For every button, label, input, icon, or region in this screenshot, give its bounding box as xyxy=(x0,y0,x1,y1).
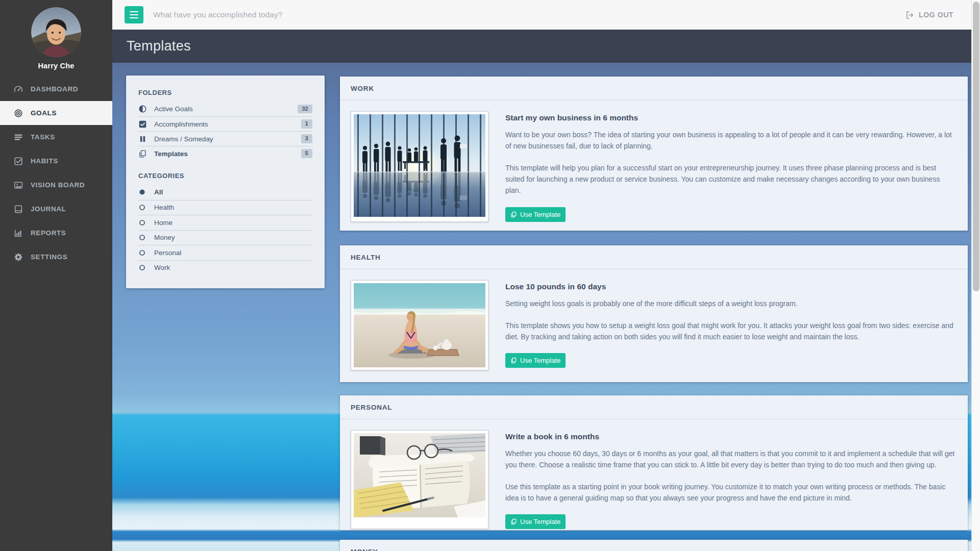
copy-icon xyxy=(510,518,517,525)
user-name: Harry Che xyxy=(0,62,112,70)
card-category: MONEY xyxy=(340,540,968,551)
goals-icon xyxy=(14,109,23,118)
book-icon xyxy=(14,205,23,214)
sidebar-item-label: TASKS xyxy=(31,133,55,141)
folder-item-active-goals[interactable]: Active Goals 32 xyxy=(138,102,312,116)
category-item-personal[interactable]: Personal xyxy=(138,245,312,260)
use-template-label: Use Template xyxy=(520,357,560,364)
vertical-scrollbar[interactable] xyxy=(971,0,980,551)
template-card-work: WORK xyxy=(340,77,968,231)
business-meeting-photo xyxy=(351,111,488,222)
folder-count-badge: 1 xyxy=(301,119,312,129)
topbar: LOG OUT xyxy=(112,0,980,30)
check-square-filled-icon xyxy=(138,120,147,129)
sign-out-icon xyxy=(905,11,914,19)
menu-button[interactable] xyxy=(125,6,143,23)
template-description: Whether you choose 60 days, 30 days or 6… xyxy=(505,448,957,470)
category-label: Home xyxy=(154,219,173,227)
category-label: Money xyxy=(154,234,175,241)
writing-desk-photo xyxy=(351,430,488,529)
sidebar-item-label: REPORTS xyxy=(31,229,66,237)
circle-outline-icon xyxy=(138,249,146,257)
folder-item-dreams-someday[interactable]: Dreams / Someday 3 xyxy=(138,131,312,146)
bar-chart-icon xyxy=(14,229,23,238)
category-item-work[interactable]: Work xyxy=(138,260,312,276)
template-title: Start my own business in 6 months xyxy=(505,113,957,122)
copy-icon xyxy=(510,357,517,364)
use-template-button[interactable]: Use Template xyxy=(505,514,566,529)
sidebar-nav: DASHBOARD GOALS TASKS HABITS xyxy=(0,77,112,269)
category-item-home[interactable]: Home xyxy=(138,215,312,230)
scrollbar-thumb[interactable] xyxy=(973,2,979,291)
template-description: Use this template as a starting point in… xyxy=(505,481,957,504)
sidebar-item-dashboard[interactable]: DASHBOARD xyxy=(0,77,112,101)
template-card-money: MONEY xyxy=(340,540,968,551)
tasks-icon xyxy=(14,133,23,142)
template-description: This template shows you how to setup a w… xyxy=(505,320,957,342)
logout-button[interactable]: LOG OUT xyxy=(905,11,953,19)
sidebar-item-settings[interactable]: SETTINGS xyxy=(0,245,112,269)
circle-outline-icon xyxy=(138,204,146,211)
use-template-button[interactable]: Use Template xyxy=(505,207,566,222)
template-description: This template will help you plan for a s… xyxy=(505,162,957,196)
folder-label: Active Goals xyxy=(154,105,290,113)
beach-yoga-photo xyxy=(351,280,488,370)
logout-label: LOG OUT xyxy=(919,11,953,19)
category-label: All xyxy=(154,188,163,196)
pause-icon xyxy=(138,135,147,143)
content-area: FOLDERS Active Goals 32 Accomplishments … xyxy=(112,63,980,551)
folder-item-accomplishments[interactable]: Accomplishments 1 xyxy=(138,116,312,131)
folder-item-templates[interactable]: Templates 5 xyxy=(138,146,312,161)
folders-heading: FOLDERS xyxy=(138,89,312,96)
template-card-personal: PERSONAL xyxy=(340,395,968,530)
adjust-icon xyxy=(138,105,147,113)
sidebar-item-label: JOURNAL xyxy=(31,205,66,213)
folders-list: Active Goals 32 Accomplishments 1 Dreams… xyxy=(138,102,312,161)
sidebar-item-label: SETTINGS xyxy=(31,253,67,261)
gear-icon xyxy=(14,253,23,262)
folder-count-badge: 5 xyxy=(301,149,312,158)
app-window: Harry Che DASHBOARD GOALS TASKS xyxy=(0,0,980,551)
category-item-health[interactable]: Health xyxy=(138,200,312,215)
avatar[interactable] xyxy=(31,7,81,57)
category-label: Work xyxy=(154,264,170,271)
category-label: Health xyxy=(154,204,174,211)
folder-count-badge: 3 xyxy=(301,134,312,143)
image-icon xyxy=(14,181,23,190)
filters-panel: FOLDERS Active Goals 32 Accomplishments … xyxy=(126,76,325,288)
sidebar-item-label: HABITS xyxy=(31,157,58,165)
card-category: HEALTH xyxy=(340,245,968,269)
dashboard-icon xyxy=(14,85,23,94)
template-description: Setting weight loss goals is probably on… xyxy=(505,298,957,309)
circle-outline-icon xyxy=(138,234,146,241)
card-category: PERSONAL xyxy=(340,395,968,419)
sidebar-item-vision-board[interactable]: VISION BOARD xyxy=(0,173,112,197)
category-item-all[interactable]: All xyxy=(138,185,312,200)
category-label: Personal xyxy=(154,249,181,257)
sidebar-item-reports[interactable]: REPORTS xyxy=(0,221,112,245)
page-header-band: Templates xyxy=(112,30,980,63)
sidebar-item-label: GOALS xyxy=(31,109,57,117)
filled-circle-icon xyxy=(138,188,146,196)
template-card-health: HEALTH xyxy=(340,245,968,382)
use-template-button[interactable]: Use Template xyxy=(505,353,566,368)
template-title: Write a book in 6 months xyxy=(505,432,957,441)
sidebar-item-habits[interactable]: HABITS xyxy=(0,149,112,173)
circle-outline-icon xyxy=(138,219,146,227)
circle-outline-icon xyxy=(138,264,146,271)
template-title: Lose 10 pounds in 60 days xyxy=(505,282,957,291)
sidebar-item-goals[interactable]: GOALS xyxy=(0,101,112,125)
folder-count-badge: 32 xyxy=(298,105,312,114)
sidebar-item-label: VISION BOARD xyxy=(31,181,85,189)
sidebar-item-label: DASHBOARD xyxy=(31,85,78,93)
template-description: Want to be your own boss? The idea of st… xyxy=(505,129,957,152)
sidebar-item-tasks[interactable]: TASKS xyxy=(0,125,112,149)
copy-icon xyxy=(138,149,147,158)
sidebar-item-journal[interactable]: JOURNAL xyxy=(0,197,112,221)
category-item-money[interactable]: Money xyxy=(138,230,312,245)
copy-icon xyxy=(510,211,517,218)
check-square-icon xyxy=(14,157,23,166)
accomplishment-input[interactable] xyxy=(153,10,905,19)
categories-list: All Health Home xyxy=(138,185,312,275)
use-template-label: Use Template xyxy=(520,211,560,218)
